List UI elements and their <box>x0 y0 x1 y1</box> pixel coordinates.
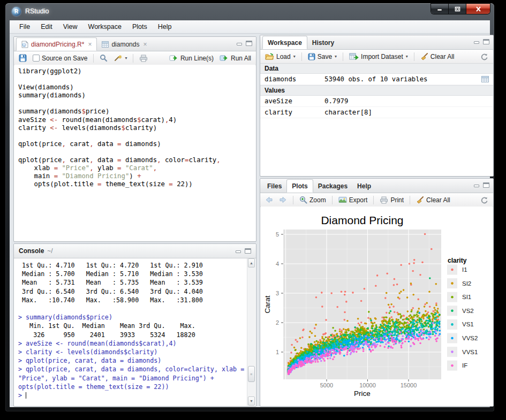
console-line: "Price", ylab = "Carat", main = "Diamond… <box>18 374 247 383</box>
menu-item-file[interactable]: File <box>14 21 35 32</box>
refresh-icon <box>480 53 488 60</box>
menu-item-plots[interactable]: Plots <box>127 21 153 32</box>
pane-minimize-icon[interactable] <box>235 248 241 254</box>
maximize-button[interactable] <box>449 4 466 14</box>
save-workspace-button[interactable]: Save ▾ <box>306 52 338 62</box>
tab-packages[interactable]: Packages <box>313 179 352 193</box>
menu-item-help[interactable]: Help <box>153 21 177 32</box>
menu-item-edit[interactable]: Edit <box>35 21 58 32</box>
tab-files[interactable]: Files <box>262 179 286 193</box>
run-all-button[interactable]: Run All <box>218 54 253 63</box>
pane-minimize-icon[interactable] <box>236 41 243 46</box>
run-lines-label: Run Line(s) <box>180 55 214 62</box>
plots-tabstrip: FilesPlotsPackagesHelp <box>260 179 493 193</box>
workspace-object-row[interactable]: diamonds53940 obs. of 10 variables <box>260 74 493 85</box>
save-icon <box>308 53 315 60</box>
minimize-button[interactable] <box>431 4 449 14</box>
import-dataset-button[interactable]: Import Dataset ▾ <box>348 52 410 62</box>
tab-help[interactable]: Help <box>352 179 376 193</box>
rstudio-window: R RStudio FileEditViewWorkspacePlotsHelp… <box>5 3 494 411</box>
tab-workspace[interactable]: Workspace <box>262 36 307 49</box>
run-lines-button[interactable]: Run Line(s) <box>168 54 215 63</box>
scroll-down-icon[interactable]: ▼ <box>248 396 255 406</box>
zoom-icon <box>299 196 307 204</box>
refresh-icon <box>480 196 488 204</box>
save-button[interactable] <box>17 53 28 63</box>
magic-wand-icon <box>114 54 122 62</box>
close-button[interactable] <box>466 4 490 14</box>
legend-label-if: IF <box>462 362 467 369</box>
pane-minimize-icon[interactable] <box>473 182 480 188</box>
code-line <box>18 100 255 108</box>
run-all-icon <box>220 55 229 62</box>
console-line: > qplot(price, carat, data = diamonds) <box>18 356 247 365</box>
console-line: 3rd Qu.: 6.540 3rd Qu.: 6.540 3rd Qu.: 4… <box>18 287 247 296</box>
pane-maximize-icon[interactable] <box>483 39 489 44</box>
chevron-down-icon: ▾ <box>293 54 296 59</box>
chart-title: Diamond Pricing <box>321 214 403 226</box>
workspace-object-list: Datadiamonds53940 obs. of 10 variablesVa… <box>260 64 493 118</box>
find-replace-button[interactable] <box>98 53 109 63</box>
view-data-grid-icon[interactable] <box>481 76 489 82</box>
print-plot-button[interactable]: Print <box>378 195 405 205</box>
workspace-object-row[interactable]: claritycharacter[8] <box>260 107 493 118</box>
console-prompt[interactable]: > <box>18 391 247 400</box>
workspace-section-header: Data <box>260 64 493 74</box>
code-line <box>18 75 255 83</box>
tab-diamondpricing-r-[interactable]: RdiamondPricing.R*× <box>16 37 97 51</box>
save-label: Save <box>318 53 332 60</box>
code-line: summary(diamonds) <box>18 91 255 100</box>
forward-arrow-icon <box>279 196 287 203</box>
tab-history[interactable]: History <box>307 36 339 49</box>
print-source-button[interactable] <box>138 54 149 63</box>
tab-plots[interactable]: Plots <box>286 179 313 193</box>
workspace-tabstrip: WorkspaceHistory <box>260 35 493 50</box>
pane-minimize-icon[interactable] <box>473 39 480 44</box>
svg-text:3: 3 <box>276 290 279 296</box>
clear-all-label: Clear All <box>431 53 455 60</box>
source-on-save-checkbox[interactable] <box>33 55 40 62</box>
export-plot-button[interactable]: Export <box>337 195 369 205</box>
code-editor[interactable]: library(ggplot2) View(diamonds)summary(d… <box>14 65 255 241</box>
console-output[interactable]: 1st Qu.: 4.710 1st Qu.: 4.720 1st Qu.: 2… <box>14 258 247 406</box>
console-line: > clarity <- levels(diamonds$clarity) <box>18 348 247 356</box>
scrollbar-thumb[interactable]: ≡ <box>248 366 255 382</box>
save-icon <box>19 54 27 62</box>
close-tab-icon[interactable]: × <box>143 41 147 48</box>
svg-text:R: R <box>23 43 26 47</box>
legend-label-vs2: VS2 <box>462 308 474 314</box>
menu-item-view[interactable]: View <box>58 21 83 32</box>
console-scrollbar[interactable]: ▲ ≡ ▼ <box>247 258 255 406</box>
zoom-plot-button[interactable]: Zoom <box>298 195 328 205</box>
broom-icon <box>420 53 428 60</box>
code-tools-button[interactable]: ▾ <box>112 53 129 63</box>
code-line: library(ggplot2) <box>18 67 255 75</box>
pane-maximize-icon[interactable] <box>245 248 251 254</box>
console-line: 1st Qu.: 4.710 1st Qu.: 4.720 1st Qu.: 2… <box>18 261 247 270</box>
menu-item-workspace[interactable]: Workspace <box>83 21 127 32</box>
close-tab-icon[interactable]: × <box>88 41 92 48</box>
legend-title: clarity <box>448 257 467 264</box>
pane-maximize-icon[interactable] <box>483 182 489 188</box>
previous-plot-button[interactable] <box>263 195 275 204</box>
svg-text:5: 5 <box>276 231 279 238</box>
source-on-save-toggle[interactable]: Source on Save <box>31 54 89 63</box>
source-on-save-label: Source on Save <box>42 55 87 62</box>
refresh-workspace-button[interactable] <box>479 52 490 62</box>
scroll-up-icon[interactable]: ▲ <box>248 258 255 268</box>
console-line: Max. :10.740 Max. :58.900 Max. :31.800 <box>18 296 247 304</box>
console-line: 326 950 2401 3933 5324 18820 <box>18 331 247 339</box>
rstudio-logo-icon: R <box>12 7 21 16</box>
svg-text:1: 1 <box>276 349 279 355</box>
tab-diamonds[interactable]: diamonds× <box>97 37 152 51</box>
load-workspace-button[interactable]: Load ▾ <box>263 52 297 62</box>
clear-plots-button[interactable]: Clear All <box>414 195 452 205</box>
clear-workspace-button[interactable]: Clear All <box>419 52 456 62</box>
workspace-object-row[interactable]: aveSize0.7979 <box>260 96 493 107</box>
refresh-plot-button[interactable] <box>479 195 490 205</box>
title-bar[interactable]: R RStudio <box>5 3 494 19</box>
back-arrow-icon <box>265 196 273 203</box>
plot-canvas: 5000100001500012345Diamond PricingPriceC… <box>261 207 493 406</box>
next-plot-button[interactable] <box>277 195 289 204</box>
pane-maximize-icon[interactable] <box>246 41 252 46</box>
